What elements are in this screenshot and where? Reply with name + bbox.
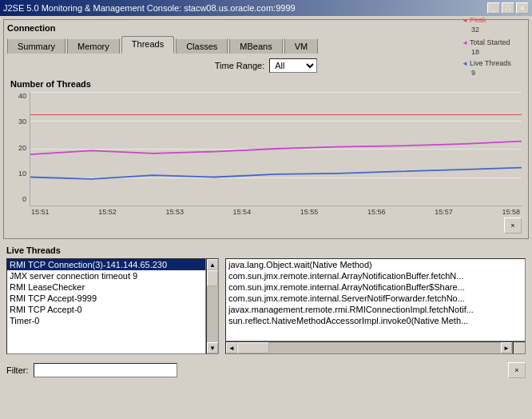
tab-summary[interactable]: Summary — [7, 38, 66, 54]
x-label-6: 15:57 — [435, 208, 453, 216]
x-label-2: 15:53 — [165, 208, 184, 216]
tab-classes[interactable]: Classes — [176, 38, 228, 54]
bottom-button[interactable]: × — [508, 362, 526, 378]
minimize-button[interactable]: _ — [487, 2, 500, 14]
maximize-button[interactable]: □ — [502, 2, 514, 14]
x-label-0: 15:51 — [31, 208, 50, 216]
stack-item-5: sun.reflect.NativeMethodAccessorImpl.inv… — [226, 315, 525, 326]
live-threads-label: Live Threads — [6, 245, 526, 255]
thread-item-1[interactable]: JMX server connection timeout 9 — [7, 270, 205, 281]
stack-item-3: com.sun.jmx.remote.internal.ServerNotifF… — [226, 293, 525, 304]
x-label-7: 15:58 — [502, 208, 520, 216]
window-body: Connection Summary Memory Threads Classe… — [0, 16, 532, 385]
live-threads-legend-label: Live Threads — [470, 59, 511, 67]
thread-item-0[interactable]: RMI TCP Connection(3)-141.144.65.230 — [7, 259, 205, 270]
chart-x-labels: 15:51 15:52 15:53 15:54 15:55 15:56 15:5… — [30, 208, 522, 216]
tab-vm[interactable]: VM — [284, 38, 319, 54]
x-label-3: 15:54 — [233, 208, 252, 216]
chart-title: Number of Threads — [10, 79, 525, 89]
total-started-label: Total Started — [470, 38, 510, 46]
thread-list-scrollbar[interactable]: ▲ ▼ — [206, 258, 219, 354]
stack-item-0: java.lang.Object.wait(Native Method) — [226, 259, 525, 270]
time-range-label: Time Range: — [215, 61, 265, 70]
chart-legend: ◄ Peak 32 ◄ Total Started 18 ◄ Live Thre… — [462, 16, 526, 77]
stack-item-4: javax.management.remote.rmi.RMIConnectio… — [226, 304, 525, 315]
legend-live-threads: ◄ Live Threads — [462, 59, 526, 67]
live-threads-arrow: ◄ — [462, 60, 468, 67]
hscroll-right-button[interactable]: ► — [501, 342, 512, 353]
total-started-value: 18 — [471, 48, 526, 56]
tab-mbeans[interactable]: MBeans — [229, 38, 282, 54]
chart-svg — [30, 92, 522, 206]
filter-left: Filter: — [6, 363, 177, 377]
stack-trace-hscrollbar[interactable]: ◄ ► — [225, 341, 513, 354]
live-threads-content: RMI TCP Connection(3)-141.144.65.230 JMX… — [6, 258, 526, 354]
close-button[interactable]: × — [516, 2, 529, 14]
thread-item-2[interactable]: RMI LeaseChecker — [7, 281, 205, 293]
x-label-1: 15:52 — [98, 208, 117, 216]
title-bar-buttons: _ □ × — [487, 2, 529, 14]
tab-threads[interactable]: Threads — [121, 36, 174, 54]
scrollbar-track[interactable] — [207, 270, 218, 342]
thread-item-4[interactable]: RMI TCP Accept-0 — [7, 304, 205, 315]
time-range-row: Time Range: All 1 min 5 min 15 min 30 mi… — [7, 58, 525, 73]
x-label-5: 15:56 — [367, 208, 386, 216]
total-started-arrow: ◄ — [462, 39, 468, 46]
filter-input[interactable] — [34, 363, 177, 377]
y-label-0: 0 — [22, 195, 26, 203]
scrollbar-down-button[interactable]: ▼ — [207, 342, 218, 353]
stack-item-2: com.sun.jmx.remote.internal.ArrayNotific… — [226, 281, 525, 293]
y-label-20: 20 — [18, 144, 26, 152]
tab-bar: Summary Memory Threads Classes MBeans VM — [7, 36, 525, 54]
stack-trace: java.lang.Object.wait(Native Method) com… — [225, 258, 526, 341]
chart-container: Number of Threads 40 30 20 10 0 — [7, 79, 525, 233]
live-threads-value: 9 — [471, 69, 526, 77]
thread-list-container: RMI TCP Connection(3)-141.144.65.230 JMX… — [6, 258, 222, 354]
thread-item-5[interactable]: Timer-0 — [7, 315, 205, 326]
y-label-40: 40 — [18, 92, 26, 100]
legend-peak: ◄ Peak — [462, 16, 526, 24]
filter-row: Filter: × — [3, 357, 529, 381]
filter-label: Filter: — [6, 365, 29, 375]
thread-list[interactable]: RMI TCP Connection(3)-141.144.65.230 JMX… — [6, 258, 206, 354]
title-text: J2SE 5.0 Monitoring & Management Console… — [3, 3, 296, 13]
stack-item-1: com.sun.jmx.remote.internal.ArrayNotific… — [226, 270, 525, 281]
chart-scroll-button[interactable]: × — [504, 217, 522, 233]
stack-trace-hscrollbar-row: ◄ ► — [225, 341, 526, 354]
title-bar: J2SE 5.0 Monitoring & Management Console… — [0, 0, 532, 16]
chart-plot-area — [30, 92, 522, 206]
scrollbar-up-button[interactable]: ▲ — [207, 259, 218, 270]
hscroll-left-button[interactable]: ◄ — [226, 342, 237, 353]
tab-memory[interactable]: Memory — [67, 38, 120, 54]
peak-label: Peak — [470, 16, 486, 24]
connection-label: Connection — [7, 23, 525, 33]
y-label-10: 10 — [18, 170, 26, 178]
x-label-4: 15:55 — [300, 208, 319, 216]
hscroll-thumb[interactable] — [237, 342, 269, 353]
hscroll-track[interactable] — [237, 342, 501, 353]
time-range-select[interactable]: All 1 min 5 min 15 min 30 min 1 hour — [269, 58, 317, 73]
live-threads-section: Live Threads RMI TCP Connection(3)-141.1… — [3, 242, 529, 357]
y-label-30: 30 — [18, 118, 26, 126]
legend-total-started: ◄ Total Started — [462, 38, 526, 46]
peak-value: 32 — [471, 26, 526, 34]
chart-y-axis: 40 30 20 10 0 — [10, 92, 30, 216]
stack-trace-container: java.lang.Object.wait(Native Method) com… — [225, 258, 526, 354]
connection-group: Connection Summary Memory Threads Classe… — [3, 19, 529, 239]
stack-corner — [513, 341, 526, 354]
thread-item-3[interactable]: RMI TCP Accept-9999 — [7, 293, 205, 304]
scrollbar-thumb[interactable] — [207, 270, 218, 286]
peak-arrow: ◄ — [462, 17, 468, 24]
